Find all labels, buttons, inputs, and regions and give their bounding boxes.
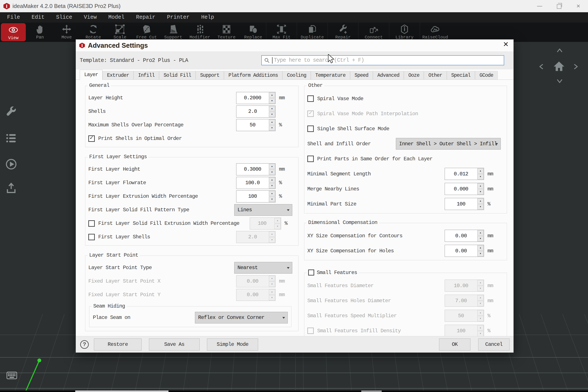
toolbar-free-cut-button[interactable]: Free Cut [133, 22, 160, 42]
spinner-value[interactable]: 100 [445, 198, 477, 210]
print-shells-in-optimal-order-checkbox[interactable]: ✓ [88, 136, 95, 142]
tab-other[interactable]: Other [424, 71, 446, 80]
spin-down-button[interactable]: ▼ [477, 204, 484, 210]
spinner-value[interactable]: 2.0 [236, 231, 269, 243]
help-button[interactable]: ? [80, 340, 89, 349]
spin-up-button[interactable]: ▲ [477, 183, 484, 189]
toolbar-scale-button[interactable]: Scale [106, 22, 133, 42]
spin-down-button[interactable]: ▼ [477, 236, 484, 241]
simple-mode-button[interactable]: Simple Mode [207, 338, 258, 350]
spin-up-button[interactable]: ▲ [269, 120, 275, 125]
small-features-diameter-spinner[interactable]: 10.00▲▼ [445, 280, 484, 292]
keyboard-icon[interactable] [5, 370, 19, 381]
minimize-button[interactable] [530, 0, 549, 12]
toolbar-pan-button[interactable]: Pan [27, 22, 53, 42]
toolbar-view-button[interactable]: View [1, 23, 26, 41]
save-as-button[interactable]: Save As [149, 338, 200, 350]
export-icon[interactable] [5, 182, 17, 194]
wrench-icon[interactable] [5, 106, 17, 118]
chevron-right-icon[interactable] [572, 62, 580, 71]
spin-down-button[interactable]: ▼ [269, 112, 275, 117]
spin-up-button[interactable]: ▲ [269, 191, 275, 196]
toolbar-move-button[interactable]: Move [53, 22, 80, 42]
spin-down-button[interactable]: ▼ [269, 183, 275, 188]
first-layer-flowrate-spinner[interactable]: 100.0▲▼ [236, 177, 276, 189]
tab-temperature[interactable]: Temperature [311, 71, 350, 80]
place-seam-on-dropdown[interactable]: Reflex or Convex Corner [195, 312, 288, 324]
spin-down-button[interactable]: ▼ [477, 331, 484, 336]
spin-up-button[interactable]: ▲ [269, 177, 275, 183]
spin-down-button[interactable]: ▼ [477, 251, 484, 256]
menu-printer[interactable]: Printer [161, 12, 195, 22]
layer-start-point-type-dropdown[interactable]: Nearest [234, 262, 292, 274]
spin-up-button[interactable]: ▲ [269, 232, 275, 237]
spinner-value[interactable]: 0.00 [445, 245, 477, 256]
spinner-value[interactable]: 0.012 [445, 168, 477, 180]
spin-up-button[interactable]: ▲ [269, 289, 275, 295]
spin-down-button[interactable]: ▼ [477, 189, 484, 194]
menu-slice[interactable]: Slice [50, 12, 78, 22]
spinner-value[interactable]: 0.00 [236, 289, 269, 301]
toolbar-rotate-button[interactable]: Rotate [80, 22, 106, 42]
spin-down-button[interactable]: ▼ [269, 125, 275, 131]
toolbar-support-button[interactable]: Support [160, 22, 186, 42]
spinner-value[interactable]: 2.0 [236, 106, 269, 117]
cancel-button[interactable]: Cancel [478, 338, 510, 350]
spin-up-button[interactable]: ▲ [477, 168, 484, 174]
maximum-shells-overlap-percentage-spinner[interactable]: 50▲▼ [236, 119, 276, 131]
print-parts-in-same-order-for-each-layer-checkbox[interactable]: ✓ [307, 156, 314, 162]
small-features-holes-diameter-spinner[interactable]: 7.00▲▼ [445, 295, 484, 307]
layer-height-spinner[interactable]: 0.2000▲▼ [236, 92, 276, 104]
first-layer-height-spinner[interactable]: 0.3000▲▼ [236, 163, 276, 175]
spinner-value[interactable]: 100 [236, 191, 269, 202]
toolbar-duplicate-button[interactable]: Duplicate [297, 22, 328, 42]
restore-button[interactable]: Restore [94, 338, 142, 350]
menu-help[interactable]: Help [195, 12, 220, 22]
chevron-left-icon[interactable] [538, 62, 545, 71]
spinner-value[interactable]: 7.00 [445, 295, 477, 306]
toolbar-texture-button[interactable]: Texture [213, 22, 240, 42]
first-layer-shells-checkbox[interactable]: ✓ [88, 234, 95, 240]
spinner-value[interactable]: 0.000 [445, 183, 477, 195]
tab-solid-fill[interactable]: Solid Fill [159, 71, 196, 80]
list-icon[interactable] [5, 132, 17, 144]
spiral-vase-mode-path-interpolation-checkbox[interactable]: ✓ [307, 110, 314, 117]
spin-up-button[interactable]: ▲ [269, 276, 275, 281]
first-layer-solid-fill-pattern-type-dropdown[interactable]: Lines [234, 204, 292, 216]
toolbar-replace-button[interactable]: Replace [240, 22, 266, 42]
spinner-value[interactable]: 100 [445, 325, 477, 336]
spinner-value[interactable]: 50 [236, 119, 269, 131]
tab-support[interactable]: Support [196, 71, 224, 80]
shell-and-infill-order-dropdown[interactable]: Inner Shell > Outer Shell > Infill [396, 138, 501, 150]
first-layer-solid-fill-extrusion-width-percentage-spinner[interactable]: 100▲▼ [250, 218, 281, 230]
spin-down-button[interactable]: ▼ [477, 316, 484, 321]
fixed-layer-start-point-x-spinner[interactable]: 0.00▲▼ [236, 275, 276, 287]
spin-up-button[interactable]: ▲ [477, 245, 484, 250]
first-layer-shells-spinner[interactable]: 2.0▲▼ [236, 231, 276, 243]
menu-file[interactable]: File [1, 12, 26, 22]
spinner-value[interactable]: 100.0 [236, 177, 269, 189]
merge-nearby-lines-spinner[interactable]: 0.000▲▼ [445, 183, 484, 195]
tab-layer[interactable]: Layer [80, 70, 102, 80]
spin-down-button[interactable]: ▼ [269, 170, 275, 175]
tab-speed[interactable]: Speed [350, 71, 373, 80]
tab-gcode[interactable]: GCode [475, 71, 498, 80]
close-window-button[interactable]: ✕ [569, 0, 588, 12]
spin-up-button[interactable]: ▲ [274, 218, 281, 223]
spin-down-button[interactable]: ▼ [477, 286, 484, 291]
toolbar-modifier-button[interactable]: Modifier [186, 22, 213, 42]
spin-down-button[interactable]: ▼ [269, 197, 275, 202]
xy-size-compensation-for-contours-spinner[interactable]: 0.00▲▼ [445, 230, 484, 242]
spin-up-button[interactable]: ▲ [477, 280, 484, 286]
spinner-value[interactable]: 0.3000 [236, 164, 269, 175]
tab-advanced[interactable]: Advanced [373, 71, 404, 80]
spin-up-button[interactable]: ▲ [477, 198, 484, 204]
spinner-value[interactable]: 0.2000 [236, 92, 269, 104]
spin-down-button[interactable]: ▼ [477, 301, 484, 306]
dialog-close-button[interactable]: ✕ [503, 41, 509, 48]
restore-button[interactable] [549, 0, 569, 12]
ok-button[interactable]: OK [439, 338, 470, 350]
search-input[interactable]: Type here to search (Ctrl + F) [261, 55, 504, 65]
spinner-value[interactable]: 10.00 [445, 280, 477, 292]
small-features-speed-multiplier-spinner[interactable]: 50▲▼ [445, 310, 484, 322]
